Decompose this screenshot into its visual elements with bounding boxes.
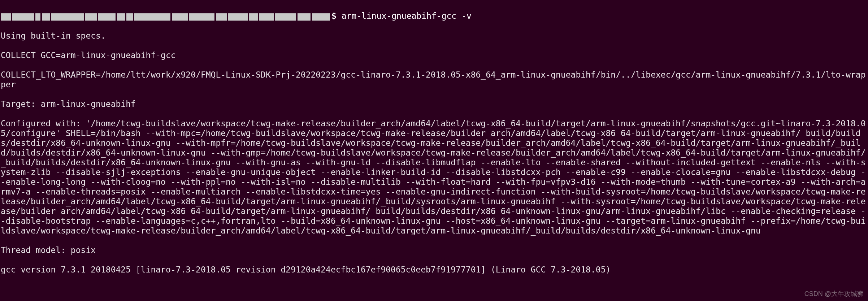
command-text: arm-linux-gnueabihf-gcc -v [337,11,472,21]
output-line: gcc version 7.3.1 20180425 [linaro-7.3-2… [1,265,867,275]
output-line: Configured with: '/home/tcwg-buildslave/… [1,119,867,236]
output-line: COLLECT_LTO_WRAPPER=/home/ltt/work/x920/… [1,70,867,90]
censored-prompt [1,12,331,21]
terminal-window[interactable]: $ arm-linux-gnueabihf-gcc -v Using built… [0,0,868,301]
output-line: Using built-in specs. [1,31,867,41]
output-line: COLLECT_GCC=arm-linux-gnueabihf-gcc [1,51,867,60]
prompt-dollar: $ [331,11,337,21]
output-line: Target: arm-linux-gnueabihf [1,99,867,109]
output-line: Thread model: posix [1,245,867,255]
prompt-line: $ arm-linux-gnueabihf-gcc -v [1,11,867,21]
watermark-text: CSDN @大牛攻城狮 [804,289,864,299]
